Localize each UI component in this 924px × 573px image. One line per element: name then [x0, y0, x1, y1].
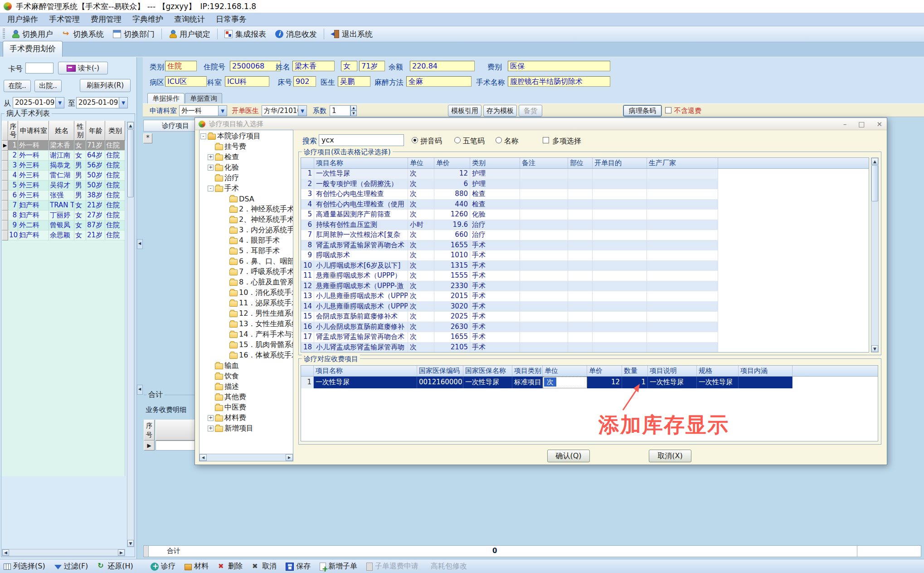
- item-row[interactable]: 13小儿悬雍垂腭咽成形术（UPPP次2015手术: [301, 291, 869, 302]
- column-header[interactable]: 数量: [622, 366, 648, 376]
- factor-input[interactable]: 1: [330, 105, 350, 116]
- tree-item[interactable]: 2、神经系统手术: [199, 215, 293, 225]
- maximize-icon[interactable]: □: [858, 120, 865, 128]
- order-doctor-select[interactable]: 方华/21010▼: [262, 105, 307, 116]
- tree-item[interactable]: 挂号费: [199, 142, 293, 152]
- patient-row[interactable]: 5外三科吴得才男50岁住院: [2, 181, 125, 191]
- scroll-thumb[interactable]: [871, 165, 878, 201]
- column-header[interactable]: 部位: [568, 158, 593, 168]
- bottom-button-material[interactable]: 材料: [185, 562, 209, 571]
- tree-item[interactable]: 11．泌尿系统手术: [199, 298, 293, 309]
- tree-item[interactable]: +化验: [199, 162, 293, 173]
- menu-item-2[interactable]: 费用管理: [85, 12, 127, 26]
- chevron-down-icon[interactable]: ▼: [218, 105, 227, 116]
- age-field[interactable]: 71岁: [359, 61, 385, 71]
- date-to-select[interactable]: 2025-01-09▼: [76, 97, 128, 108]
- read-card-button[interactable]: 读卡(-): [58, 62, 108, 74]
- patient-row[interactable]: 7妇产科TRAN TH女21岁住院: [2, 201, 125, 211]
- tree-item[interactable]: 5．耳部手术: [199, 246, 293, 256]
- tree-item[interactable]: +检查: [199, 152, 293, 162]
- fee-type-field[interactable]: 医保: [508, 61, 610, 71]
- bottom-button-delete[interactable]: 删除: [218, 562, 243, 571]
- charge-row[interactable]: 1一次性导尿00121600001一次性导尿标准项目次121一次性导尿一次性导尿: [301, 377, 878, 388]
- factor-spinner[interactable]: ▲▼: [350, 105, 357, 116]
- dialog-title-bar[interactable]: 诊疗项目输入选择: [195, 118, 887, 130]
- column-header[interactable]: 备注: [520, 158, 568, 168]
- collapse-icon[interactable]: -: [208, 186, 214, 191]
- chevron-down-icon[interactable]: ▼: [119, 97, 128, 108]
- item-row[interactable]: 14小儿悬雍垂腭咽成形术（UPPP次3020手术: [301, 302, 869, 312]
- item-row[interactable]: 7肛周脓肿一次性根治术[复杂次660治疗: [301, 230, 869, 240]
- tree-item[interactable]: 中医费: [199, 402, 293, 413]
- spin-down-icon[interactable]: ▼: [350, 111, 357, 116]
- search-input[interactable]: ycx: [319, 134, 404, 146]
- column-header[interactable]: 年龄: [86, 121, 105, 141]
- column-header[interactable]: 规格: [697, 366, 739, 376]
- toolbar-button-switch-user[interactable]: 切换用户: [7, 27, 58, 41]
- cancel-button[interactable]: 取消(X): [649, 450, 691, 462]
- patient-list-hscrollbar[interactable]: ◀ ▶: [2, 549, 125, 556]
- bottom-button-treatment[interactable]: 诊疗: [151, 562, 175, 571]
- tree-item[interactable]: 16．体被系统手术: [199, 350, 293, 361]
- column-header[interactable]: 单价: [587, 366, 622, 376]
- expand-icon[interactable]: +: [208, 165, 214, 171]
- tree-item[interactable]: 14．产科手术与操作: [199, 329, 293, 340]
- item-row[interactable]: 3有创性心内电生理检查次880检查: [301, 189, 869, 200]
- item-row[interactable]: 9腭咽成形术次1010手术: [301, 250, 869, 261]
- item-row[interactable]: 8肾盂成形肾盂输尿管再吻合术次1655手术: [301, 240, 869, 251]
- tree-item[interactable]: 12．男性生殖系统: [199, 309, 293, 319]
- patient-list-vscrollbar[interactable]: ▲ ▼: [127, 122, 134, 547]
- radio-2-icon[interactable]: [454, 137, 461, 143]
- menu-item-1[interactable]: 手术管理: [44, 12, 85, 26]
- patient-row[interactable]: 10妇产科余思颖女21岁住院: [2, 230, 125, 240]
- bottom-button-save[interactable]: 保存: [286, 562, 311, 571]
- dept-field[interactable]: ICU科: [225, 76, 269, 87]
- tree-item[interactable]: 10．消化系统手术: [199, 288, 293, 298]
- menu-item-4[interactable]: 查询统计: [169, 12, 210, 26]
- column-header[interactable]: 项目说明: [648, 366, 697, 376]
- tree-item[interactable]: +材料费: [199, 413, 293, 423]
- scroll-left-icon[interactable]: ◀: [199, 454, 207, 461]
- item-row[interactable]: 18小儿肾盂成形肾盂输尿管再吻次2105手术: [301, 343, 869, 353]
- scroll-right-icon[interactable]: ▶: [118, 549, 125, 556]
- chevron-down-icon[interactable]: ▼: [298, 105, 307, 116]
- tree-item[interactable]: 15．肌肉骨骼系统: [199, 340, 293, 350]
- card-no-input[interactable]: [25, 63, 53, 73]
- radio-3-icon[interactable]: [496, 137, 502, 143]
- splitter-collapse-button[interactable]: [137, 385, 143, 395]
- tree-item[interactable]: -本院诊疗项目: [199, 131, 293, 142]
- tree-item[interactable]: 6．鼻、口、咽部手术: [199, 256, 293, 267]
- patient-row[interactable]: 6外三科张强男38岁住院: [2, 191, 125, 201]
- minimize-icon[interactable]: –: [843, 120, 847, 128]
- bottom-button-restore[interactable]: 还原(H): [97, 562, 133, 571]
- bed-field[interactable]: 902: [293, 76, 316, 87]
- tab-document-query[interactable]: 单据查询: [185, 93, 222, 103]
- type-field[interactable]: 住院: [165, 61, 197, 71]
- bottom-button-filter[interactable]: 过滤(F): [54, 562, 88, 571]
- toolbar-button-switch-department[interactable]: 切换部门: [108, 27, 159, 41]
- column-header[interactable]: 类别: [470, 158, 520, 168]
- column-header[interactable]: 国家医保编码: [417, 366, 463, 376]
- column-header[interactable]: 序号: [8, 121, 18, 141]
- tab-surgery-fee-pricing[interactable]: 手术费用划价: [3, 41, 63, 57]
- in-hospital-button[interactable]: 在院..: [4, 80, 31, 92]
- column-header[interactable]: 性别: [74, 121, 86, 141]
- item-row[interactable]: 12悬雍垂腭咽成形术（UPPP-激次2330手术: [301, 281, 869, 292]
- spin-up-icon[interactable]: ▲: [350, 105, 357, 111]
- anesthesia-field[interactable]: 全麻: [406, 76, 472, 87]
- surgery-name-field[interactable]: 腹腔镜右半结肠切除术: [508, 76, 610, 87]
- scroll-thumb[interactable]: [127, 129, 134, 197]
- menu-item-3[interactable]: 字典维护: [127, 12, 169, 26]
- item-row[interactable]: 16小儿会阴成形直肠前庭瘘修补次2630手术: [301, 322, 869, 333]
- tree-item[interactable]: +新增项目: [199, 423, 293, 434]
- tree-item[interactable]: 输血: [199, 361, 293, 371]
- tree-item[interactable]: 饮食: [199, 371, 293, 382]
- item-row[interactable]: 15会阴成形直肠前庭瘘修补术次2025手术: [301, 312, 869, 322]
- scroll-down-icon[interactable]: ▼: [127, 540, 134, 547]
- gender-field[interactable]: 女: [341, 61, 357, 71]
- discharged-button[interactable]: 出院..: [34, 80, 62, 92]
- scroll-down-icon[interactable]: ▼: [871, 345, 878, 352]
- column-header[interactable]: 单价: [434, 158, 470, 168]
- expand-icon[interactable]: +: [208, 426, 214, 431]
- scroll-up-icon[interactable]: ▲: [871, 158, 878, 165]
